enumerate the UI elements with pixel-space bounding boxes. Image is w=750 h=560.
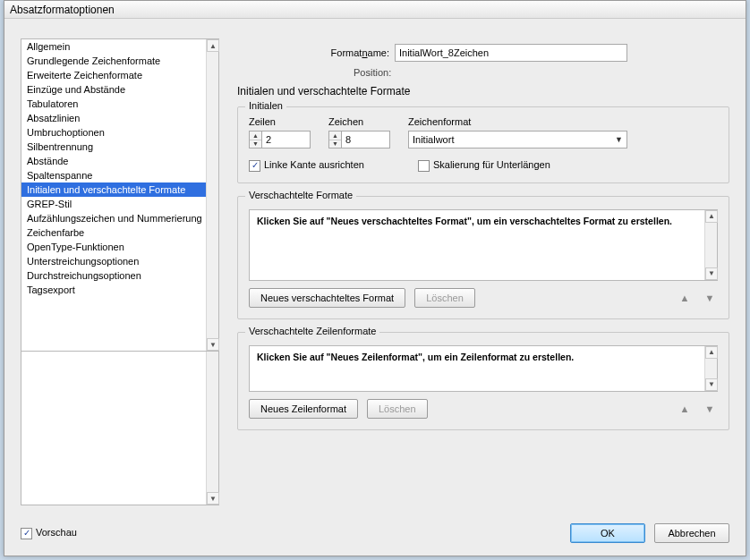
scroll-up-icon[interactable]: ▲ bbox=[705, 210, 718, 223]
sidebar-item[interactable]: Durchstreichungsoptionen bbox=[21, 268, 206, 283]
nested-formats-hint: Klicken Sie auf "Neues verschachteltes F… bbox=[250, 210, 717, 232]
preview-scrollbar[interactable]: ▼ bbox=[206, 352, 218, 505]
checkbox-linke-kante[interactable]: Linke Kante ausrichten bbox=[249, 159, 364, 172]
zeichenformat-label: Zeichenformat bbox=[408, 116, 718, 127]
sidebar-item[interactable]: GREP-Stil bbox=[21, 197, 206, 211]
sidebar-item[interactable]: Unterstreichungsoptionen bbox=[21, 254, 206, 268]
line-formats-list[interactable]: Klicken Sie auf "Neues Zeilenformat", um… bbox=[249, 345, 718, 392]
group-initialen: Initialen Zeilen ▲▼ Zeichen bbox=[237, 106, 729, 183]
zeilen-spinner[interactable]: ▲▼ bbox=[249, 131, 311, 148]
new-line-format-button[interactable]: Neues Zeilenformat bbox=[249, 399, 358, 419]
sidebar-item[interactable]: Spaltenspanne bbox=[21, 168, 206, 182]
sidebar-item[interactable]: Zeichenfarbe bbox=[21, 225, 206, 240]
sidebar-item[interactable]: Allgemein bbox=[21, 39, 206, 54]
new-nested-format-button[interactable]: Neues verschachteltes Format bbox=[249, 288, 405, 308]
line-formats-hint: Klicken Sie auf "Neues Zeilenformat", um… bbox=[250, 346, 717, 368]
sidebar-item[interactable]: Umbruchoptionen bbox=[21, 125, 206, 140]
ok-button[interactable]: OK bbox=[570, 523, 645, 543]
scroll-up-icon[interactable]: ▲ bbox=[207, 39, 219, 52]
sidebar-scrollbar[interactable]: ▲ ▼ bbox=[206, 39, 218, 351]
scroll-up-icon[interactable]: ▲ bbox=[705, 346, 718, 359]
zeilen-label: Zeilen bbox=[249, 116, 311, 127]
zeichenformat-combo[interactable]: Initialwort ▼ bbox=[408, 131, 627, 148]
sidebar-item[interactable]: Silbentrennung bbox=[21, 140, 206, 154]
zeichen-input[interactable] bbox=[341, 131, 390, 148]
sidebar-item[interactable]: Tabulatoren bbox=[21, 97, 206, 111]
formatname-input[interactable] bbox=[395, 44, 627, 62]
category-sidebar: AllgemeinGrundlegende ZeichenformateErwe… bbox=[21, 38, 219, 505]
scroll-down-icon[interactable]: ▼ bbox=[705, 267, 718, 280]
zeichen-spinner[interactable]: ▲▼ bbox=[328, 131, 390, 148]
move-down-icon[interactable]: ▼ bbox=[702, 401, 718, 417]
move-up-icon[interactable]: ▲ bbox=[677, 401, 693, 417]
sidebar-item[interactable]: Tagsexport bbox=[21, 283, 206, 297]
sidebar-item[interactable]: Aufzählungszeichen und Nummerierung bbox=[21, 211, 206, 225]
checkbox-skalierung[interactable]: Skalierung für Unterlängen bbox=[418, 159, 550, 172]
dialog-title: Absatzformatoptionen bbox=[4, 1, 746, 19]
spinner-up-icon[interactable]: ▲ bbox=[250, 132, 261, 140]
chevron-down-icon: ▼ bbox=[615, 135, 623, 144]
group-initialen-legend: Initialen bbox=[245, 100, 286, 111]
zeilen-input[interactable] bbox=[261, 131, 311, 148]
zeichen-label: Zeichen bbox=[328, 116, 390, 127]
scroll-down-icon[interactable]: ▼ bbox=[705, 378, 718, 391]
scroll-down-icon[interactable]: ▼ bbox=[207, 338, 219, 351]
zeichenformat-value: Initialwort bbox=[413, 134, 454, 145]
sidebar-item[interactable]: Grundlegende Zeichenformate bbox=[21, 54, 206, 68]
cancel-button[interactable]: Abbrechen bbox=[654, 523, 729, 543]
move-down-icon[interactable]: ▼ bbox=[702, 290, 718, 306]
sidebar-item[interactable]: Initialen und verschachtelte Formate bbox=[21, 182, 206, 197]
group-nested-formats: Verschachtelte Formate Klicken Sie auf "… bbox=[237, 196, 729, 319]
spinner-down-icon[interactable]: ▼ bbox=[250, 140, 261, 148]
list-scrollbar[interactable]: ▲▼ bbox=[704, 346, 717, 391]
spinner-up-icon[interactable]: ▲ bbox=[329, 132, 341, 140]
formatname-label: Formatname: bbox=[237, 47, 389, 58]
dialog-paragraph-style-options: Absatzformatoptionen AllgemeinGrundlegen… bbox=[4, 0, 746, 556]
checkbox-icon bbox=[418, 160, 430, 172]
preview-checkbox[interactable]: Vorschau bbox=[21, 527, 77, 539]
sidebar-preview-area: ▼ bbox=[21, 351, 218, 505]
position-label: Position: bbox=[237, 65, 729, 80]
checkbox-icon bbox=[249, 160, 260, 172]
list-scrollbar[interactable]: ▲▼ bbox=[704, 210, 717, 280]
group-nested-legend: Verschachtelte Formate bbox=[245, 190, 356, 200]
scroll-down-icon[interactable]: ▼ bbox=[207, 492, 219, 505]
delete-nested-format-button[interactable]: Löschen bbox=[414, 288, 475, 308]
sidebar-item[interactable]: Abstände bbox=[21, 154, 206, 168]
nested-formats-list[interactable]: Klicken Sie auf "Neues verschachteltes F… bbox=[249, 209, 718, 281]
checkbox-icon bbox=[21, 528, 32, 539]
sidebar-item[interactable]: OpenType-Funktionen bbox=[21, 240, 206, 254]
group-line-formats: Verschachtelte Zeilenformate Klicken Sie… bbox=[237, 332, 729, 430]
spinner-down-icon[interactable]: ▼ bbox=[329, 140, 341, 148]
sidebar-item[interactable]: Erweiterte Zeichenformate bbox=[21, 68, 206, 82]
sidebar-item[interactable]: Absatzlinien bbox=[21, 111, 206, 125]
group-lineformats-legend: Verschachtelte Zeilenformate bbox=[245, 326, 379, 336]
sidebar-item[interactable]: Einzüge und Abstände bbox=[21, 82, 206, 97]
delete-line-format-button[interactable]: Löschen bbox=[367, 399, 428, 419]
section-title: Initialen und verschachtelte Formate bbox=[237, 85, 729, 98]
move-up-icon[interactable]: ▲ bbox=[677, 290, 693, 306]
